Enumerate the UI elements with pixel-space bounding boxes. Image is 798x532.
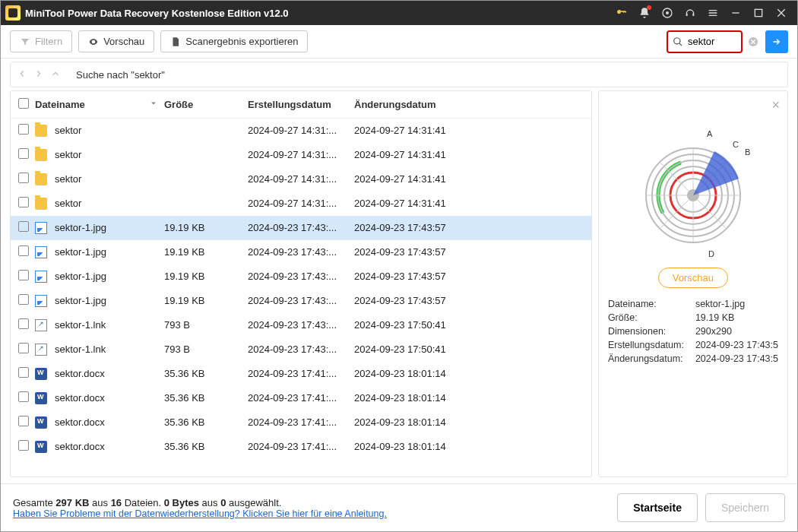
table-row[interactable]: sektor2024-09-27 14:31:...2024-09-27 14:…	[11, 167, 591, 192]
breadcrumb: Suche nach "sektor"	[10, 62, 788, 87]
save-button[interactable]: Speichern	[705, 493, 785, 522]
table-row[interactable]: sektor-1.lnk793 B2024-09-23 17:43:...202…	[11, 337, 591, 362]
panel-close-icon[interactable]: ×	[771, 97, 780, 113]
file-name: sektor.docx	[55, 441, 105, 452]
file-mdate: 2024-09-23 17:43:57	[354, 222, 476, 233]
table-row[interactable]: sektor.docx35.36 KB2024-09-23 17:41:...2…	[11, 435, 591, 459]
file-img-icon	[35, 271, 47, 283]
file-mdate: 2024-09-27 14:31:41	[354, 173, 476, 185]
table-row[interactable]: sektor2024-09-27 14:31:...2024-09-27 14:…	[11, 119, 591, 143]
bell-icon[interactable]	[633, 1, 656, 25]
nav-forward-icon[interactable]	[33, 68, 44, 81]
content: Dateiname Größe Erstellungsdatum Änderun…	[1, 90, 797, 483]
file-name: sektor	[55, 173, 81, 185]
row-checkbox[interactable]	[18, 173, 29, 183]
menu-icon[interactable]	[701, 1, 724, 25]
disc-icon[interactable]	[656, 1, 679, 25]
table-row[interactable]: sektor.docx35.36 KB2024-09-23 17:41:...2…	[11, 410, 591, 435]
file-cdate: 2024-09-23 17:41:...	[248, 368, 354, 379]
row-checkbox[interactable]	[18, 148, 29, 159]
file-folder-icon	[35, 198, 47, 210]
file-size: 19.19 KB	[164, 295, 248, 306]
row-checkbox[interactable]	[18, 318, 29, 329]
headphones-icon[interactable]	[679, 1, 701, 25]
file-table: Dateiname Größe Erstellungsdatum Änderun…	[10, 90, 592, 477]
file-mdate: 2024-09-23 17:43:57	[354, 295, 476, 306]
file-mdate: 2024-09-27 14:31:41	[354, 125, 476, 136]
file-cdate: 2024-09-23 17:41:...	[248, 441, 354, 452]
row-checkbox[interactable]	[18, 245, 29, 256]
table-row[interactable]: sektor-1.jpg19.19 KB2024-09-23 17:43:...…	[11, 289, 591, 313]
file-mdate: 2024-09-23 17:50:41	[354, 319, 476, 331]
file-mdate: 2024-09-23 17:43:57	[354, 271, 476, 282]
table-header: Dateiname Größe Erstellungsdatum Änderun…	[11, 91, 591, 119]
row-checkbox[interactable]	[18, 416, 29, 426]
titlebar: MiniTool Power Data Recovery Kostenlose …	[1, 1, 797, 25]
file-size: 793 B	[164, 344, 248, 355]
file-metadata: Dateiname:sektor-1.jpg Größe:19.19 KB Di…	[608, 299, 778, 367]
maximize-icon[interactable]	[747, 1, 770, 25]
search-go-button[interactable]	[765, 30, 788, 53]
row-checkbox[interactable]	[18, 391, 29, 402]
row-checkbox[interactable]	[18, 197, 29, 207]
minimize-icon[interactable]	[724, 1, 747, 25]
table-body[interactable]: sektor2024-09-27 14:31:...2024-09-27 14:…	[11, 119, 591, 477]
close-icon[interactable]	[770, 1, 793, 25]
file-cdate: 2024-09-23 17:43:...	[248, 295, 354, 306]
file-docx-icon	[35, 368, 47, 380]
table-row[interactable]: sektor-1.jpg19.19 KB2024-09-23 17:43:...…	[11, 264, 591, 289]
export-button[interactable]: Scanergebnis exportieren	[160, 30, 308, 52]
row-checkbox[interactable]	[18, 294, 29, 305]
col-name[interactable]: Dateiname	[35, 99, 85, 110]
table-row[interactable]: sektor2024-09-27 14:31:...2024-09-27 14:…	[11, 192, 591, 216]
file-cdate: 2024-09-23 17:43:...	[248, 319, 354, 331]
file-cdate: 2024-09-23 17:41:...	[248, 392, 354, 404]
file-mdate: 2024-09-23 17:50:41	[354, 344, 476, 355]
row-checkbox[interactable]	[18, 440, 29, 451]
col-size[interactable]: Größe	[164, 99, 248, 110]
file-name: sektor-1.jpg	[55, 222, 106, 233]
file-lnk-icon	[35, 319, 47, 331]
file-name: sektor-1.jpg	[55, 246, 106, 258]
app-logo-icon	[5, 5, 21, 21]
file-cdate: 2024-09-27 14:31:...	[248, 198, 354, 209]
row-checkbox[interactable]	[18, 124, 29, 135]
search-clear-icon[interactable]	[743, 30, 764, 53]
help-link[interactable]: Haben Sie Probleme mit der Datenwiederhe…	[13, 508, 387, 519]
row-checkbox[interactable]	[18, 221, 29, 232]
table-row[interactable]: sektor-1.lnk793 B2024-09-23 17:43:...202…	[11, 313, 591, 337]
search-box[interactable]	[667, 30, 743, 53]
home-button[interactable]: Startseite	[617, 493, 698, 522]
table-row[interactable]: sektor-1.jpg19.19 KB2024-09-23 17:43:...…	[11, 216, 591, 240]
file-folder-icon	[35, 125, 47, 137]
table-row[interactable]: sektor-1.jpg19.19 KB2024-09-23 17:43:...…	[11, 240, 591, 264]
file-cdate: 2024-09-23 17:41:...	[248, 416, 354, 428]
row-checkbox[interactable]	[18, 343, 29, 353]
table-row[interactable]: sektor2024-09-27 14:31:...2024-09-27 14:…	[11, 143, 591, 167]
meta-dim-label: Dimensionen:	[608, 326, 695, 337]
app-title: MiniTool Power Data Recovery Kostenlose …	[25, 8, 289, 19]
row-checkbox[interactable]	[18, 270, 29, 280]
footer-stats: Gesamte 297 KB aus 16 Dateien. 0 Bytes a…	[13, 497, 387, 519]
file-size: 35.36 KB	[164, 368, 248, 379]
col-mdate[interactable]: Änderungsdatum	[354, 99, 476, 110]
nav-up-icon[interactable]	[50, 68, 61, 81]
col-cdate[interactable]: Erstellungsdatum	[248, 99, 354, 110]
search-input[interactable]	[688, 36, 736, 47]
file-cdate: 2024-09-23 17:43:...	[248, 222, 354, 233]
table-row[interactable]: sektor.docx35.36 KB2024-09-23 17:41:...2…	[11, 362, 591, 386]
filter-button[interactable]: Filtern	[10, 30, 72, 52]
preview-button[interactable]: Vorschau	[78, 30, 154, 52]
nav-back-icon[interactable]	[17, 68, 27, 81]
select-all-checkbox[interactable]	[18, 98, 29, 109]
file-name: sektor-1.lnk	[55, 344, 106, 355]
meta-mdate-label: Änderungsdatum:	[608, 353, 695, 364]
file-mdate: 2024-09-27 14:31:41	[354, 149, 476, 160]
breadcrumb-text: Suche nach "sektor"	[76, 69, 165, 81]
file-cdate: 2024-09-23 17:43:...	[248, 271, 354, 282]
row-checkbox[interactable]	[18, 367, 29, 378]
table-row[interactable]: sektor.docx35.36 KB2024-09-23 17:41:...2…	[11, 386, 591, 410]
preview-open-button[interactable]: Vorschau	[658, 268, 728, 288]
details-panel: ×	[598, 90, 788, 477]
key-icon[interactable]	[610, 1, 633, 25]
